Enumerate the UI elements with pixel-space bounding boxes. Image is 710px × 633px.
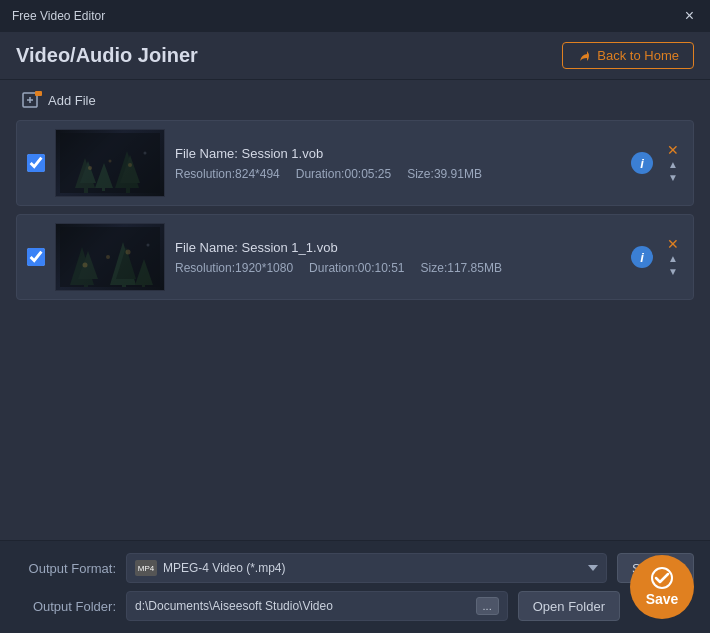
format-icon: MP4 — [135, 560, 157, 576]
svg-point-15 — [128, 163, 132, 167]
svg-rect-12 — [102, 183, 105, 191]
header: Video/Audio Joiner Back to Home — [0, 32, 710, 80]
toolbar: Add File — [0, 80, 710, 120]
save-check-icon — [651, 567, 673, 589]
folder-input-wrapper: ... — [126, 591, 508, 621]
remove-button-2[interactable]: ✕ — [663, 237, 683, 251]
size-1: 39.91MB — [434, 167, 482, 181]
file-name-value-1: Session 1.vob — [241, 146, 323, 161]
file-thumbnail-2 — [55, 223, 165, 291]
output-folder-row: Output Folder: ... Open Folder — [16, 591, 694, 621]
browse-button[interactable]: ... — [476, 597, 499, 615]
file-thumbnail-1 — [55, 129, 165, 197]
order-up-button-1[interactable]: ▲ — [666, 159, 680, 170]
file-info-2: File Name: Session 1_1.vob Resolution:19… — [175, 240, 621, 275]
file-actions-2: ✕ ▲ ▼ — [663, 237, 683, 277]
folder-path-input[interactable] — [135, 599, 470, 613]
save-label: Save — [646, 591, 679, 607]
order-down-button-1[interactable]: ▼ — [666, 172, 680, 183]
size-2: 117.85MB — [447, 261, 502, 275]
page-title: Video/Audio Joiner — [16, 44, 198, 67]
svg-rect-25 — [142, 279, 145, 287]
svg-rect-7 — [84, 183, 88, 193]
close-button[interactable]: × — [681, 7, 698, 25]
file-name-value-2: Session 1_1.vob — [241, 240, 337, 255]
svg-point-28 — [126, 250, 131, 255]
svg-point-14 — [109, 160, 112, 163]
file-checkbox-1[interactable] — [27, 154, 45, 172]
svg-point-29 — [147, 244, 150, 247]
save-button[interactable]: Save — [630, 555, 694, 619]
svg-point-16 — [144, 152, 147, 155]
back-icon — [577, 49, 591, 63]
file-name-2: File Name: Session 1_1.vob — [175, 240, 621, 255]
svg-point-13 — [88, 166, 92, 170]
chevron-down-icon — [588, 565, 598, 571]
svg-point-27 — [106, 255, 110, 259]
file-item-1: File Name: Session 1.vob Resolution:824*… — [16, 120, 694, 206]
svg-point-26 — [83, 263, 88, 268]
resolution-1: 824*494 — [235, 167, 280, 181]
format-select-wrapper[interactable]: MP4 MPEG-4 Video (*.mp4) AVI Video (*.av… — [126, 553, 607, 583]
file-meta-2: Resolution:1920*1080 Duration:00:10:51 S… — [175, 261, 621, 275]
add-file-label: Add File — [48, 93, 96, 108]
bottom-panel: Output Format: MP4 MPEG-4 Video (*.mp4) … — [0, 540, 710, 633]
order-up-button-2[interactable]: ▲ — [666, 253, 680, 264]
file-info-1: File Name: Session 1.vob Resolution:824*… — [175, 146, 621, 181]
output-format-label: Output Format: — [16, 561, 116, 576]
format-select[interactable]: MPEG-4 Video (*.mp4) AVI Video (*.avi) M… — [163, 561, 578, 575]
file-list: File Name: Session 1.vob Resolution:824*… — [0, 120, 710, 300]
thumbnail-image-1 — [60, 133, 160, 193]
svg-rect-3 — [35, 91, 42, 96]
thumbnail-image-2 — [60, 227, 160, 287]
info-button-1[interactable]: i — [631, 152, 653, 174]
duration-2: 00:10:51 — [358, 261, 405, 275]
svg-rect-20 — [84, 279, 88, 287]
title-bar: Free Video Editor × — [0, 0, 710, 32]
resolution-2: 1920*1080 — [235, 261, 293, 275]
remove-button-1[interactable]: ✕ — [663, 143, 683, 157]
add-file-button[interactable]: Add File — [16, 88, 102, 112]
file-checkbox-2[interactable] — [27, 248, 45, 266]
output-format-row: Output Format: MP4 MPEG-4 Video (*.mp4) … — [16, 553, 694, 583]
back-home-button[interactable]: Back to Home — [562, 42, 694, 69]
info-button-2[interactable]: i — [631, 246, 653, 268]
file-item-2: File Name: Session 1_1.vob Resolution:19… — [16, 214, 694, 300]
duration-1: 00:05:25 — [344, 167, 391, 181]
order-down-button-2[interactable]: ▼ — [666, 266, 680, 277]
open-folder-button[interactable]: Open Folder — [518, 591, 620, 621]
file-name-1: File Name: Session 1.vob — [175, 146, 621, 161]
svg-rect-23 — [122, 279, 126, 287]
window-title: Free Video Editor — [12, 9, 105, 23]
file-actions-1: ✕ ▲ ▼ — [663, 143, 683, 183]
svg-rect-10 — [126, 183, 130, 193]
file-meta-1: Resolution:824*494 Duration:00:05:25 Siz… — [175, 167, 621, 181]
back-home-label: Back to Home — [597, 48, 679, 63]
add-file-icon — [22, 91, 42, 109]
output-folder-label: Output Folder: — [16, 599, 116, 614]
